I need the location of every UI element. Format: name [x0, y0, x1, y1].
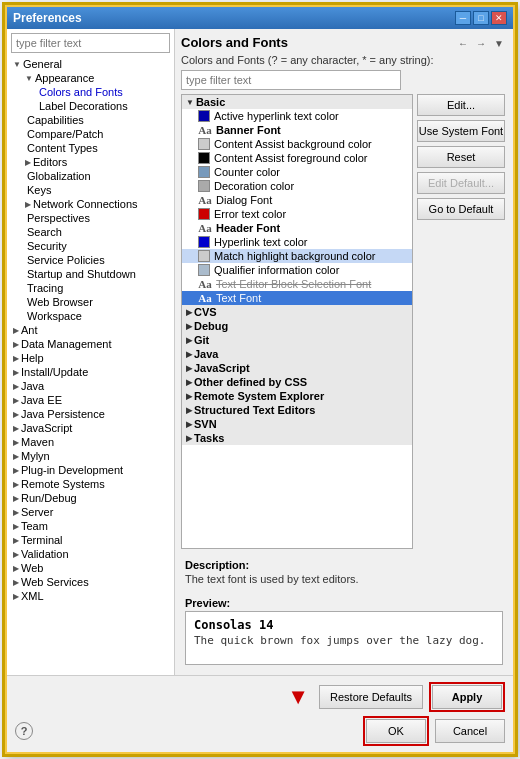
colors-list[interactable]: ▼ Basic Active hyperlink text color Aa B… [181, 94, 413, 549]
tree-item-help[interactable]: ▶ Help [11, 351, 170, 365]
expand-icon: ▶ [13, 522, 19, 531]
minimize-button[interactable]: ─ [455, 11, 471, 25]
back-arrow[interactable]: ← [455, 37, 471, 50]
color-item-qualifier[interactable]: Qualifier information color [182, 263, 412, 277]
tree-item-security[interactable]: Security [23, 239, 170, 253]
ste-group-header[interactable]: ▶ Structured Text Editors [182, 403, 412, 417]
help-button[interactable]: ? [15, 722, 33, 740]
tree-item-javascript[interactable]: ▶ JavaScript [11, 421, 170, 435]
left-panel: ▼ General ▼ Appearance Colors and Fonts [7, 29, 175, 675]
dropdown-arrow[interactable]: ▼ [491, 37, 507, 50]
right-filter-input[interactable] [181, 70, 401, 90]
description-label: Description: [185, 559, 503, 571]
cvs-group-header[interactable]: ▶ CVS [182, 305, 412, 319]
font-item-dialog[interactable]: Aa Dialog Font [182, 193, 412, 207]
right-panel: Colors and Fonts ← → ▼ Colors and Fonts … [175, 29, 513, 675]
tree-item-validation[interactable]: ▶ Validation [11, 547, 170, 561]
tree-item-plugin-dev[interactable]: ▶ Plug-in Development [11, 463, 170, 477]
color-item-hyperlink[interactable]: Hyperlink text color [182, 235, 412, 249]
general-label: General [23, 58, 62, 70]
tree-group-javascript: ▶ JavaScript [11, 421, 170, 435]
debug-group-header[interactable]: ▶ Debug [182, 319, 412, 333]
edit-button[interactable]: Edit... [417, 94, 505, 116]
java-group-header[interactable]: ▶ Java [182, 347, 412, 361]
color-item-counter[interactable]: Counter color [182, 165, 412, 179]
apply-button[interactable]: Apply [432, 685, 502, 709]
expand-icon: ▶ [13, 466, 19, 475]
tree-item-perspectives[interactable]: Perspectives [23, 211, 170, 225]
use-system-font-button[interactable]: Use System Font [417, 120, 505, 142]
color-item-decoration[interactable]: Decoration color [182, 179, 412, 193]
tree-item-content-types[interactable]: Content Types [23, 141, 170, 155]
expand-icon: ▶ [13, 354, 19, 363]
tree-item-remote-systems[interactable]: ▶ Remote Systems [11, 477, 170, 491]
restore-defaults-button[interactable]: Restore Defaults [319, 685, 423, 709]
tree-item-java-ee[interactable]: ▶ Java EE [11, 393, 170, 407]
forward-arrow[interactable]: → [473, 37, 489, 50]
reset-button[interactable]: Reset [417, 146, 505, 168]
apply-button-wrapper: Apply [429, 682, 505, 712]
cancel-button[interactable]: Cancel [435, 719, 505, 743]
tree-item-capabilities[interactable]: Capabilities [23, 113, 170, 127]
javascript-group-header[interactable]: ▶ JavaScript [182, 361, 412, 375]
tree-item-workspace[interactable]: Workspace [23, 309, 170, 323]
font-item-text-font[interactable]: Aa Text Font [182, 291, 412, 305]
tree-item-keys[interactable]: Keys [23, 183, 170, 197]
ok-button[interactable]: OK [366, 719, 426, 743]
tree-item-maven[interactable]: ▶ Maven [11, 435, 170, 449]
tree-item-colors-fonts[interactable]: Colors and Fonts [35, 85, 170, 99]
tree-item-startup[interactable]: Startup and Shutdown [23, 267, 170, 281]
tree-item-tracing[interactable]: Tracing [23, 281, 170, 295]
tree-item-run-debug[interactable]: ▶ Run/Debug [11, 491, 170, 505]
color-item-content-assist-bg[interactable]: Content Assist background color [182, 137, 412, 151]
color-item-match-highlight[interactable]: Match highlight background color [182, 249, 412, 263]
tree-item-editors[interactable]: ▶ Editors [23, 155, 170, 169]
tree-item-web-services[interactable]: ▶ Web Services [11, 575, 170, 589]
maximize-button[interactable]: □ [473, 11, 489, 25]
tree-item-network[interactable]: ▶ Network Connections [23, 197, 170, 211]
tree-group-java-persistence: ▶ Java Persistence [11, 407, 170, 421]
git-group-header[interactable]: ▶ Git [182, 333, 412, 347]
tree-item-ant[interactable]: ▶ Ant [11, 323, 170, 337]
color-item-active-hyperlink[interactable]: Active hyperlink text color [182, 109, 412, 123]
item-label: Text Font [216, 292, 261, 304]
tree-item-general[interactable]: ▼ General [11, 57, 170, 71]
font-aa-icon: Aa [198, 194, 212, 206]
close-button[interactable]: ✕ [491, 11, 507, 25]
tree-item-label-decorations[interactable]: Label Decorations [35, 99, 170, 113]
tree-item-server[interactable]: ▶ Server [11, 505, 170, 519]
appearance-label: Appearance [35, 72, 94, 84]
tree-item-terminal[interactable]: ▶ Terminal [11, 533, 170, 547]
font-item-header[interactable]: Aa Header Font [182, 221, 412, 235]
rse-group-header[interactable]: ▶ Remote System Explorer [182, 389, 412, 403]
color-item-error-text[interactable]: Error text color [182, 207, 412, 221]
edit-default-button[interactable]: Edit Default... [417, 172, 505, 194]
font-item-banner[interactable]: Aa Banner Font [182, 123, 412, 137]
tasks-group-header[interactable]: ▶ Tasks [182, 431, 412, 445]
tree-item-web[interactable]: ▶ Web [11, 561, 170, 575]
item-label: Active hyperlink text color [214, 110, 339, 122]
go-to-default-button[interactable]: Go to Default [417, 198, 505, 220]
tree-item-globalization[interactable]: Globalization [23, 169, 170, 183]
tree-item-xml[interactable]: ▶ XML [11, 589, 170, 603]
svn-group-header[interactable]: ▶ SVN [182, 417, 412, 431]
css-group-header[interactable]: ▶ Other defined by CSS [182, 375, 412, 389]
tree-item-java-persistence[interactable]: ▶ Java Persistence [11, 407, 170, 421]
tree-group-validation: ▶ Validation [11, 547, 170, 561]
tree-item-data-management[interactable]: ▶ Data Management [11, 337, 170, 351]
tree-item-java[interactable]: ▶ Java [11, 379, 170, 393]
basic-group-header[interactable]: ▼ Basic [182, 95, 412, 109]
tree-item-team[interactable]: ▶ Team [11, 519, 170, 533]
tree-item-search[interactable]: Search [23, 225, 170, 239]
font-item-block-selection[interactable]: Aa Text Editor Block Selection Font [182, 277, 412, 291]
tree-item-compare[interactable]: Compare/Patch [23, 127, 170, 141]
color-item-content-assist-fg[interactable]: Content Assist foreground color [182, 151, 412, 165]
left-filter-input[interactable] [11, 33, 170, 53]
tree-item-install[interactable]: ▶ Install/Update [11, 365, 170, 379]
tree-item-service-policies[interactable]: Service Policies [23, 253, 170, 267]
tree-item-web-browser[interactable]: Web Browser [23, 295, 170, 309]
item-label: Header Font [216, 222, 280, 234]
tree-item-appearance[interactable]: ▼ Appearance [23, 71, 170, 85]
tree-item-mylyn[interactable]: ▶ Mylyn [11, 449, 170, 463]
expand-icon: ▶ [13, 536, 19, 545]
